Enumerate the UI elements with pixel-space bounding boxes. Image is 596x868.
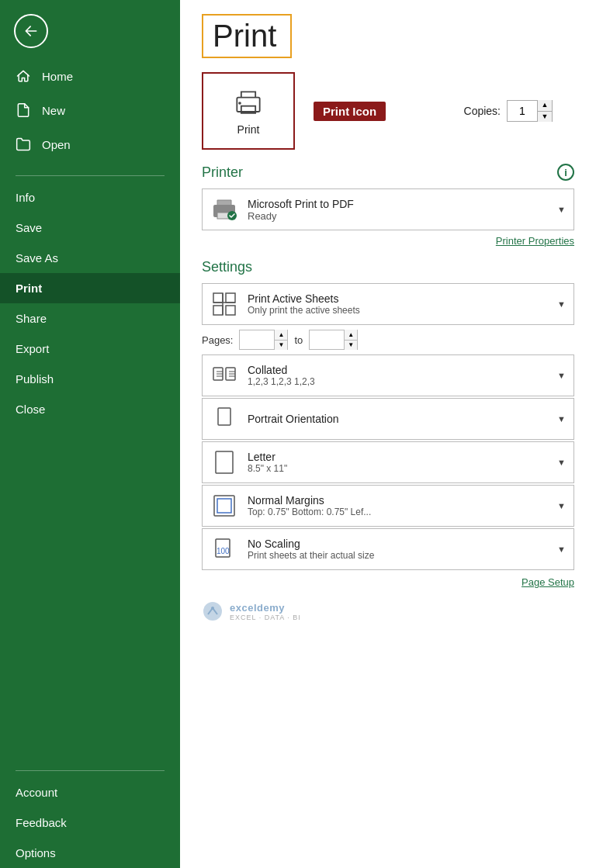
pages-to-up[interactable]: ▲ [345, 330, 357, 341]
sidebar-item-info[interactable]: Info [0, 182, 180, 213]
svg-rect-21 [216, 451, 233, 473]
sidebar-item-home-label: Home [42, 70, 73, 83]
sidebar-item-save[interactable]: Save [0, 213, 180, 243]
printer-section-header: Printer i [202, 164, 574, 181]
sidebar-item-publish[interactable]: Publish [0, 364, 180, 394]
pages-from-spinbox: ▲ ▼ [239, 330, 288, 350]
pages-to-arrows: ▲ ▼ [344, 330, 357, 350]
copies-input-box: ▲ ▼ [507, 100, 553, 122]
margins-main: Normal Margins [248, 494, 548, 507]
setting-row-letter[interactable]: Letter 8.5" x 11" ▼ [202, 441, 574, 483]
setting-row-collated[interactable]: Collated 1,2,3 1,2,3 1,2,3 ▼ [202, 354, 574, 396]
print-active-sheets-dropdown-arrow: ▼ [557, 299, 566, 309]
letter-icon [210, 448, 238, 476]
brand-text-block: exceldemy EXCEL · DATA · BI [230, 602, 301, 621]
sidebar-item-open[interactable]: Open [0, 127, 180, 161]
svg-point-27 [211, 607, 214, 610]
sidebar-nav-top: Home New Open [0, 59, 180, 169]
printer-properties-link[interactable]: Printer Properties [202, 235, 574, 247]
page-setup-link[interactable]: Page Setup [202, 576, 574, 588]
sidebar-bottom: Account Feedback Options [0, 764, 180, 868]
collated-sub: 1,2,3 1,2,3 1,2,3 [248, 376, 548, 387]
print-icon-badge: Print Icon [314, 102, 386, 121]
pages-from-arrows: ▲ ▼ [274, 330, 287, 350]
printer-dropdown-arrow: ▼ [557, 205, 566, 214]
copies-label: Copies: [464, 105, 501, 117]
pages-from-down[interactable]: ▼ [275, 341, 287, 351]
sidebar-item-account[interactable]: Account [0, 777, 180, 807]
printer-icon-wrap [210, 195, 238, 223]
collated-text: Collated 1,2,3 1,2,3 1,2,3 [248, 364, 548, 387]
sidebar: Home New Open Info Save Save As Print Sh… [0, 0, 180, 868]
pages-label: Pages: [202, 334, 233, 346]
margins-icon [210, 492, 238, 520]
copies-spinner: ▲ ▼ [537, 100, 552, 122]
brand-name: exceldemy [230, 602, 301, 614]
printer-info-icon[interactable]: i [557, 164, 574, 181]
scaling-icon: 100 [210, 535, 238, 563]
svg-rect-23 [217, 499, 231, 513]
sidebar-item-save-as[interactable]: Save As [0, 243, 180, 273]
svg-text:100: 100 [217, 547, 230, 555]
margins-dropdown-arrow: ▼ [557, 501, 566, 510]
print-button-label: Print [237, 123, 260, 136]
pages-from-up[interactable]: ▲ [275, 330, 287, 341]
settings-section-header: Settings [202, 259, 574, 275]
main-content: Print Print Print Icon Copies: ▲ ▼ [180, 0, 596, 868]
sidebar-item-home[interactable]: Home [0, 59, 180, 93]
scaling-main: No Scaling [248, 538, 548, 550]
svg-rect-7 [226, 293, 235, 303]
pages-to-spinbox: ▲ ▼ [309, 330, 358, 350]
page-title: Print [213, 19, 276, 54]
letter-main: Letter [248, 451, 548, 463]
pages-to-down[interactable]: ▼ [345, 341, 357, 351]
portrait-dropdown-arrow: ▼ [557, 414, 566, 424]
print-active-sheets-main: Print Active Sheets [248, 292, 548, 305]
setting-row-portrait[interactable]: Portrait Orientation ▼ [202, 398, 574, 440]
portrait-main: Portrait Orientation [248, 413, 548, 425]
portrait-text: Portrait Orientation [248, 413, 548, 425]
portrait-icon [210, 405, 238, 433]
sidebar-item-share[interactable]: Share [0, 303, 180, 334]
printer-status: Ready [248, 210, 548, 222]
sidebar-item-close[interactable]: Close [0, 394, 180, 424]
sidebar-divider-bottom [16, 770, 165, 771]
svg-rect-9 [226, 306, 235, 315]
print-active-sheets-sub: Only print the active sheets [248, 305, 548, 316]
print-active-sheets-text: Print Active Sheets Only print the activ… [248, 292, 548, 316]
margins-text: Normal Margins Top: 0.75" Bottom: 0.75" … [248, 494, 548, 517]
setting-row-scaling[interactable]: 100 No Scaling Print sheets at their act… [202, 528, 574, 570]
sidebar-item-options[interactable]: Options [0, 838, 180, 868]
sidebar-item-feedback[interactable]: Feedback [0, 807, 180, 838]
sidebar-menu: Info Save Save As Print Share Export Pub… [0, 182, 180, 424]
sidebar-item-open-label: Open [42, 138, 71, 151]
setting-row-margins[interactable]: Normal Margins Top: 0.75" Bottom: 0.75" … [202, 485, 574, 527]
print-button[interactable]: Print [202, 72, 295, 150]
svg-rect-20 [218, 408, 230, 425]
back-button[interactable] [14, 14, 48, 48]
sidebar-item-new[interactable]: New [0, 93, 180, 127]
copies-up-button[interactable]: ▲ [538, 100, 552, 112]
brand-logo-icon [202, 600, 224, 622]
setting-row-print-active-sheets[interactable]: Print Active Sheets Only print the activ… [202, 283, 574, 325]
collated-main: Collated [248, 364, 548, 376]
print-title-box: Print [202, 14, 292, 58]
svg-rect-0 [237, 98, 259, 112]
pages-row: Pages: ▲ ▼ to ▲ ▼ [202, 327, 574, 353]
letter-sub: 8.5" x 11" [248, 463, 548, 474]
print-icon [231, 86, 265, 120]
printer-device-icon [210, 195, 238, 223]
footer-brand: exceldemy EXCEL · DATA · BI [202, 600, 596, 622]
svg-rect-8 [213, 306, 223, 315]
pages-from-input[interactable] [240, 334, 274, 346]
printer-info: Microsoft Print to PDF Ready [248, 198, 548, 222]
svg-rect-6 [213, 293, 223, 303]
pages-to-input[interactable] [310, 334, 344, 346]
copies-input[interactable] [508, 101, 537, 121]
printer-dropdown[interactable]: Microsoft Print to PDF Ready ▼ [202, 188, 574, 230]
copies-down-button[interactable]: ▼ [538, 112, 552, 123]
pages-to-label: to [294, 334, 303, 346]
sidebar-item-export[interactable]: Export [0, 334, 180, 364]
printer-name: Microsoft Print to PDF [248, 198, 548, 210]
sidebar-item-print[interactable]: Print [0, 273, 180, 303]
